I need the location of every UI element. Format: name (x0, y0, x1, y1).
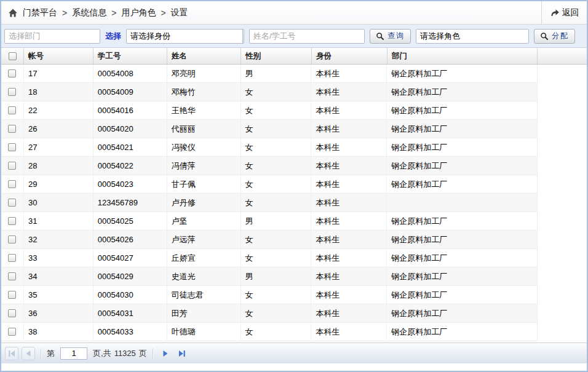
cell-identity: 本科生 (311, 304, 387, 322)
row-checkbox[interactable] (8, 162, 16, 170)
row-checkbox-cell (1, 175, 24, 193)
table-row[interactable]: 17 00054008 邓亮明 男 本科生 钢企原料加工厂 (1, 65, 538, 83)
row-checkbox[interactable] (8, 328, 16, 336)
page-prefix-label: 第 (47, 348, 55, 359)
column-header-department[interactable]: 部门 (387, 48, 538, 64)
cell-department: 钢企原料加工厂 (387, 157, 537, 175)
page-number-input[interactable] (60, 347, 87, 360)
cell-gender: 女 (241, 323, 312, 341)
role-combobox-value[interactable] (416, 30, 529, 43)
column-header-account[interactable]: 帐号 (24, 48, 93, 64)
breadcrumb-separator: > (62, 8, 67, 18)
column-header-student-id[interactable]: 学工号 (93, 48, 167, 64)
table-row[interactable]: 26 00054020 代丽丽 女 本科生 钢企原料加工厂 (1, 120, 538, 138)
breadcrumb-item-platform[interactable]: 门禁平台 (23, 7, 57, 18)
table-row[interactable]: 36 00054031 田芳 女 本科生 钢企原料加工厂 (1, 304, 538, 323)
next-page-icon[interactable] (159, 347, 172, 360)
breadcrumb-item-settings[interactable]: 设置 (171, 7, 188, 18)
assign-button[interactable]: 分配 (534, 29, 575, 44)
row-checkbox-cell (1, 212, 24, 230)
grid-body: 17 00054008 邓亮明 男 本科生 钢企原料加工厂 18 0005400… (1, 65, 587, 342)
row-checkbox-cell (1, 194, 24, 212)
table-row[interactable]: 34 00054029 史道光 男 本科生 钢企原料加工厂 (1, 267, 538, 286)
row-checkbox[interactable] (8, 309, 16, 317)
row-checkbox[interactable] (8, 69, 16, 77)
table-row[interactable]: 22 00054016 王艳华 女 本科生 钢企原料加工厂 (1, 101, 538, 120)
row-checkbox[interactable] (8, 291, 16, 299)
row-checkbox[interactable] (8, 180, 16, 188)
row-checkbox-cell (1, 65, 24, 82)
cell-name: 叶德璐 (167, 323, 241, 341)
cell-account: 26 (24, 120, 93, 138)
back-button-label: 返回 (562, 7, 579, 18)
magnifier-icon (540, 32, 549, 41)
table-row[interactable]: 31 00054025 卢坚 男 本科生 钢企原料加工厂 (1, 212, 538, 231)
row-checkbox[interactable] (8, 199, 16, 207)
cell-account: 34 (24, 267, 93, 285)
row-checkbox[interactable] (8, 125, 16, 133)
name-or-id-input[interactable] (249, 29, 365, 44)
column-header-identity[interactable]: 身份 (312, 48, 387, 64)
cell-name: 司徒志君 (167, 286, 241, 304)
cell-identity: 本科生 (311, 267, 387, 285)
cell-identity: 本科生 (311, 101, 387, 119)
department-input[interactable] (4, 29, 100, 44)
role-combobox[interactable] (416, 29, 529, 44)
select-department-link[interactable]: 选择 (105, 31, 121, 42)
last-page-icon[interactable] (175, 347, 189, 360)
breadcrumb-item-user-role[interactable]: 用户角色 (121, 7, 156, 18)
query-button[interactable]: 查询 (370, 29, 411, 44)
table-row[interactable]: 33 00054027 丘娇宜 女 本科生 钢企原料加工厂 (1, 249, 538, 267)
cell-department: 钢企原料加工厂 (387, 267, 537, 285)
select-all-checkbox[interactable] (9, 52, 17, 60)
identity-combobox[interactable] (126, 29, 244, 44)
breadcrumb-separator: > (161, 8, 165, 18)
chevron-down-icon[interactable] (242, 30, 244, 43)
table-row[interactable]: 38 00054033 叶德璐 女 本科生 钢企原料加工厂 (1, 323, 538, 341)
first-page-icon[interactable] (5, 347, 18, 360)
row-checkbox[interactable] (8, 217, 16, 225)
table-row[interactable]: 18 00054009 邓梅竹 女 本科生 钢企原料加工厂 (1, 83, 538, 101)
row-checkbox-cell (1, 286, 24, 304)
cell-gender: 男 (241, 65, 312, 82)
row-checkbox[interactable] (8, 88, 16, 96)
cell-gender: 女 (241, 101, 312, 119)
row-checkbox[interactable] (8, 143, 16, 151)
column-header-name[interactable]: 姓名 (167, 48, 241, 64)
row-checkbox[interactable] (8, 106, 16, 114)
cell-name: 丘娇宜 (167, 249, 241, 267)
back-button[interactable]: 返回 (541, 1, 587, 24)
row-checkbox-cell (1, 157, 24, 175)
row-checkbox-cell (1, 120, 24, 138)
table-row[interactable]: 29 00054023 甘子佩 女 本科生 钢企原料加工厂 (1, 175, 538, 194)
cell-student-id: 00054025 (93, 212, 167, 230)
cell-account: 27 (24, 138, 93, 156)
row-checkbox[interactable] (8, 254, 16, 262)
table-row[interactable]: 32 00054026 卢远萍 女 本科生 钢企原料加工厂 (1, 231, 538, 249)
table-row[interactable]: 30 123456789 卢丹修 女 本科生 (1, 194, 538, 212)
cell-account: 36 (24, 304, 93, 322)
table-row[interactable]: 28 00054022 冯倩萍 女 本科生 钢企原料加工厂 (1, 157, 538, 175)
breadcrumb-bar: 门禁平台 > 系统信息 > 用户角色 > 设置 返回 (1, 1, 587, 25)
breadcrumb-item-system-info[interactable]: 系统信息 (72, 7, 106, 18)
prev-page-icon[interactable] (22, 347, 35, 360)
row-checkbox[interactable] (8, 235, 16, 243)
cell-identity: 本科生 (311, 194, 387, 212)
table-row[interactable]: 35 00054030 司徒志君 女 本科生 钢企原料加工厂 (1, 286, 538, 304)
cell-student-id: 00054008 (93, 65, 167, 82)
cell-identity: 本科生 (311, 83, 387, 101)
table-row[interactable]: 27 00054021 冯骏仪 女 本科生 钢企原料加工厂 (1, 138, 538, 157)
cell-identity: 本科生 (311, 138, 387, 156)
cell-gender: 女 (241, 120, 312, 138)
cell-student-id: 00054021 (93, 138, 167, 156)
breadcrumb-separator: > (111, 8, 116, 18)
assign-button-label: 分配 (552, 31, 569, 41)
row-checkbox[interactable] (8, 272, 16, 280)
identity-combobox-value[interactable] (127, 30, 242, 43)
cell-student-id: 00054030 (93, 286, 167, 304)
breadcrumb: 门禁平台 > 系统信息 > 用户角色 > 设置 (1, 1, 541, 24)
column-header-gender[interactable]: 性别 (241, 48, 312, 64)
cell-account: 28 (24, 157, 93, 175)
access-platform-window: 门禁平台 > 系统信息 > 用户角色 > 设置 返回 选择 (0, 0, 588, 372)
cell-department: 钢企原料加工厂 (387, 101, 537, 119)
